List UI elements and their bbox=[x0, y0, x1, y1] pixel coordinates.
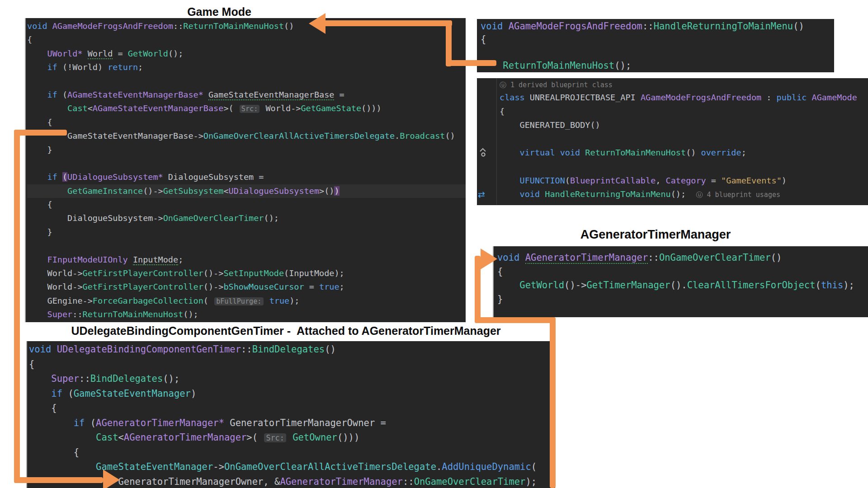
code-line: { bbox=[481, 33, 834, 46]
arrow-segment bbox=[446, 20, 452, 66]
arrow-segment bbox=[446, 60, 496, 66]
code-line: { bbox=[27, 198, 466, 211]
code-line: ⓤ 1 derived blueprint class bbox=[477, 79, 868, 91]
code-line: GEngine->ForceGarbageCollection( bFullPu… bbox=[27, 294, 466, 308]
code-line: void UDelegateBindingComponentGenTimer::… bbox=[29, 342, 555, 357]
code-line bbox=[477, 160, 868, 174]
code-line: if (UDialogueSubsystem* DialogueSubsyste… bbox=[27, 170, 466, 184]
code-line: void HandleReturningToMainMenu(); ⓤ 4 bl… bbox=[477, 188, 868, 202]
game-mode-label: Game Mode bbox=[129, 5, 310, 19]
code-line: Cast<AGeneratorTimerManager>( Src: GetOw… bbox=[29, 430, 555, 445]
code-line: } bbox=[27, 143, 466, 157]
code-line bbox=[27, 239, 466, 253]
code-line: Super::ReturnToMainMenuHost(); bbox=[27, 308, 466, 321]
arrow-head-left-icon bbox=[309, 13, 326, 34]
arrow-segment bbox=[475, 256, 481, 323]
arrow-segment bbox=[475, 317, 556, 323]
code-line: { bbox=[497, 265, 868, 279]
code-panel-generator-timer-manager: void AGeneratorTimerManager::OnGameOverC… bbox=[493, 246, 868, 317]
code-panel-game-mode-class-definition: ⓤ 1 derived blueprint classclass UNREALP… bbox=[477, 78, 868, 205]
code-line: FInputModeUIOnly InputMode; bbox=[27, 253, 466, 267]
code-line bbox=[27, 157, 466, 170]
code-line: class UNREALPROJECTBASE_API AGameModeFro… bbox=[477, 91, 868, 105]
code-line bbox=[27, 75, 466, 88]
code-line: virtual void ReturnToMainMenuHost() over… bbox=[477, 146, 868, 160]
arrow-head-right-icon bbox=[481, 249, 497, 269]
code-line: GetWorld()->GetTimerManager().ClearAllTi… bbox=[497, 278, 868, 292]
arrow-segment bbox=[324, 20, 452, 26]
code-line: DialogueSubsystem->OnGameOverClearTimer(… bbox=[27, 211, 466, 225]
code-line: void AGameModeFrogsAndFreedom::HandleRet… bbox=[481, 20, 834, 33]
code-line: { bbox=[29, 445, 555, 460]
code-panel-handle-returning-to-main-menu: void AGameModeFrogsAndFreedom::HandleRet… bbox=[477, 19, 834, 72]
code-line: } bbox=[497, 292, 868, 306]
code-line: void AGeneratorTimerManager::OnGameOverC… bbox=[497, 251, 868, 265]
code-line bbox=[477, 132, 868, 146]
code-line: GENERATED_BODY() bbox=[477, 118, 868, 132]
code-line: } bbox=[27, 225, 466, 239]
override-method-icon bbox=[479, 148, 486, 160]
delegate-binding-component-label: UDelegateBindingComponentGenTimer - Atta… bbox=[27, 324, 545, 338]
code-line: { bbox=[27, 33, 466, 47]
code-line: GameStateEventManagerBase->OnGameOverCle… bbox=[27, 129, 466, 143]
arrow-segment bbox=[14, 130, 67, 136]
code-line: { bbox=[29, 357, 555, 372]
arrow-segment bbox=[550, 317, 556, 488]
code-line: if (AGameStateEventManagerBase* GameStat… bbox=[27, 88, 466, 102]
code-line: GetGameInstance()->GetSubsystem<UDialogu… bbox=[27, 184, 466, 198]
arrow-head-right-icon bbox=[103, 469, 120, 488]
blueprint-usages-icon: ⇄ bbox=[478, 189, 485, 199]
code-line bbox=[481, 46, 834, 59]
code-panel-bind-delegates: void UDelegateBindingComponentGenTimer::… bbox=[26, 341, 555, 488]
code-line: { bbox=[477, 105, 868, 119]
code-panel-game-mode-return-to-main-menu: void AGameModeFrogsAndFreedom::ReturnToM… bbox=[25, 18, 466, 322]
code-line: UWorld* World = GetWorld(); bbox=[27, 47, 466, 61]
code-line: if (AGeneratorTimerManager* GeneratorTim… bbox=[29, 416, 555, 431]
code-line: Super::BindDelegates(); bbox=[29, 371, 555, 386]
code-line: Cast<AGameStateEventManagerBase>( Src: W… bbox=[27, 102, 466, 115]
code-line: UFUNCTION(BlueprintCallable, Category = … bbox=[477, 174, 868, 188]
code-line: { bbox=[27, 116, 466, 129]
generator-timer-manager-label: AGeneratorTimerManager bbox=[520, 228, 791, 242]
code-line: World->GetFirstPlayerController()->SetIn… bbox=[27, 267, 466, 280]
code-line: { bbox=[29, 401, 555, 416]
code-line: if (GameStateEventManager) bbox=[29, 386, 555, 401]
code-line: World->GetFirstPlayerController()->bShow… bbox=[27, 280, 466, 294]
arrow-segment bbox=[14, 130, 20, 483]
code-line: if (!World) return; bbox=[27, 61, 466, 74]
code-line: ReturnToMainMenuHost(); bbox=[481, 59, 834, 72]
arrow-segment bbox=[14, 477, 103, 483]
